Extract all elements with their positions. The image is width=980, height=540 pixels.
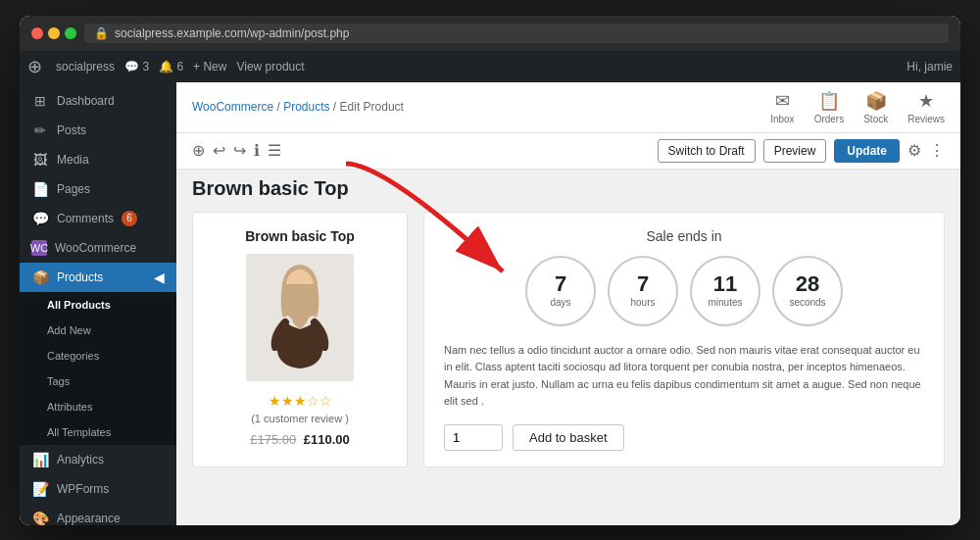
sidebar-item-dashboard[interactable]: ⊞ Dashboard bbox=[20, 86, 176, 116]
countdown-hours: 7 hours bbox=[608, 256, 678, 326]
wc-reviews-label: Reviews bbox=[907, 114, 945, 124]
toolbar-more-icon[interactable]: ⋮ bbox=[929, 141, 945, 160]
sidebar-item-woocommerce[interactable]: WC WooCommerce bbox=[20, 233, 176, 263]
toolbar-undo-icon[interactable]: ↩ bbox=[213, 141, 225, 160]
admin-bar-new[interactable]: + New bbox=[193, 60, 226, 74]
wc-stock[interactable]: 📦 Stock bbox=[863, 90, 888, 124]
toolbar-info-icon[interactable]: ℹ bbox=[254, 141, 260, 160]
breadcrumb-sep2: / bbox=[333, 100, 340, 114]
browser-window: 🔒 socialpress.example.com/wp-admin/post.… bbox=[20, 16, 960, 525]
submenu-label-add-new: Add New bbox=[47, 324, 91, 336]
inbox-icon: ✉ bbox=[775, 90, 790, 112]
product-preview-grid: Brown basic Top bbox=[192, 212, 945, 467]
browser-dots bbox=[31, 27, 76, 39]
settings-gear-icon[interactable]: ⚙ bbox=[907, 141, 921, 160]
page-title: Brown basic Top bbox=[192, 177, 945, 200]
sidebar-item-products[interactable]: 📦 Products ◀ bbox=[20, 263, 176, 292]
sidebar-item-pages[interactable]: 📄 Pages bbox=[20, 174, 176, 204]
sidebar-item-analytics[interactable]: 📊 Analytics bbox=[20, 445, 176, 474]
admin-bar-user: Hi, jamie bbox=[906, 60, 953, 74]
breadcrumb: WooCommerce / Products / Edit Product bbox=[192, 100, 404, 114]
days-label: days bbox=[550, 297, 570, 308]
sidebar-item-comments[interactable]: 💬 Comments 6 bbox=[20, 204, 176, 233]
toolbar-menu-icon[interactable]: ☰ bbox=[268, 141, 281, 160]
product-card-title: Brown basic Top bbox=[245, 228, 355, 244]
wc-top-bar: WooCommerce / Products / Edit Product ✉ … bbox=[176, 82, 960, 133]
browser-url[interactable]: 🔒 socialpress.example.com/wp-admin/post.… bbox=[84, 24, 949, 43]
browser-chrome: 🔒 socialpress.example.com/wp-admin/post.… bbox=[20, 16, 960, 51]
admin-bar-view-product[interactable]: View product bbox=[236, 60, 304, 74]
sidebar: ⊞ Dashboard ✏ Posts 🖼 Media 📄 Pages 💬 bbox=[20, 82, 176, 525]
minutes-label: minutes bbox=[708, 297, 742, 308]
toolbar-actions: Switch to Draft Preview Update ⚙ ⋮ bbox=[658, 139, 945, 163]
quantity-input[interactable] bbox=[444, 424, 503, 451]
admin-bar: ⊕ socialpress 💬 3 🔔 6 + New View product… bbox=[20, 51, 960, 82]
sidebar-item-wpforms[interactable]: 📝 WPForms bbox=[20, 474, 176, 504]
comments-icon: 💬 bbox=[31, 211, 49, 226]
products-arrow: ◀ bbox=[154, 270, 165, 285]
stock-icon: 📦 bbox=[865, 90, 887, 112]
sidebar-label-products: Products bbox=[57, 270, 103, 284]
sale-ends-title: Sale ends in bbox=[444, 228, 924, 244]
submenu-tags[interactable]: Tags bbox=[20, 368, 176, 394]
submenu-all-products[interactable]: All Products bbox=[20, 292, 176, 318]
toolbar-back-icon[interactable]: ⊕ bbox=[192, 141, 205, 160]
minutes-number: 11 bbox=[713, 273, 737, 295]
posts-icon: ✏ bbox=[31, 123, 49, 138]
site-name[interactable]: socialpress bbox=[56, 60, 115, 74]
page-toolbar: ⊕ ↩ ↪ ℹ ☰ Switch to Draft Preview Update… bbox=[176, 133, 960, 170]
submenu-label-all-templates: All Templates bbox=[47, 426, 111, 438]
update-button[interactable]: Update bbox=[834, 139, 900, 163]
countdown-days: 7 days bbox=[525, 256, 596, 326]
switch-draft-button[interactable]: Switch to Draft bbox=[658, 139, 756, 163]
breadcrumb-current: Edit Product bbox=[340, 100, 404, 114]
sale-description: Nam nec tellus a odio tincidunt auctor a… bbox=[444, 342, 924, 411]
product-review: (1 customer review ) bbox=[251, 413, 349, 424]
sidebar-label-appearance: Appearance bbox=[57, 512, 121, 525]
breadcrumb-products[interactable]: Products bbox=[283, 100, 329, 114]
submenu-label-categories: Categories bbox=[47, 350, 99, 362]
hours-number: 7 bbox=[637, 273, 649, 295]
product-stars: ★★★☆☆ bbox=[269, 393, 332, 409]
admin-bar-comments[interactable]: 💬 3 bbox=[124, 60, 149, 74]
preview-button[interactable]: Preview bbox=[763, 139, 827, 163]
dashboard-icon: ⊞ bbox=[31, 93, 49, 109]
content-area: ⊞ Dashboard ✏ Posts 🖼 Media 📄 Pages 💬 bbox=[20, 82, 960, 525]
submenu-add-new[interactable]: Add New bbox=[20, 318, 176, 343]
toolbar-redo-icon[interactable]: ↪ bbox=[233, 141, 246, 160]
submenu-attributes[interactable]: Attributes bbox=[20, 394, 176, 419]
sidebar-label-woocommerce: WooCommerce bbox=[55, 241, 136, 255]
main-content: WooCommerce / Products / Edit Product ✉ … bbox=[176, 82, 960, 525]
add-to-basket-button[interactable]: Add to basket bbox=[513, 424, 624, 451]
sidebar-item-media[interactable]: 🖼 Media bbox=[20, 145, 176, 174]
old-price: £175.00 bbox=[250, 432, 296, 447]
orders-icon: 📋 bbox=[818, 90, 840, 112]
submenu-categories[interactable]: Categories bbox=[20, 343, 176, 368]
pages-icon: 📄 bbox=[31, 181, 49, 197]
wc-orders[interactable]: 📋 Orders bbox=[814, 90, 845, 124]
dot-green[interactable] bbox=[65, 27, 76, 39]
analytics-icon: 📊 bbox=[31, 452, 49, 467]
wp-logo-icon: ⊕ bbox=[27, 56, 42, 77]
wc-inbox[interactable]: ✉ Inbox bbox=[770, 90, 794, 124]
breadcrumb-woocommerce[interactable]: WooCommerce bbox=[192, 100, 273, 114]
submenu-all-templates[interactable]: All Templates bbox=[20, 419, 176, 445]
sidebar-label-pages: Pages bbox=[57, 182, 90, 196]
product-image bbox=[246, 254, 354, 381]
product-price: £175.00 £110.00 bbox=[250, 432, 350, 447]
admin-bar-updates[interactable]: 🔔 6 bbox=[159, 60, 183, 74]
wpforms-icon: 📝 bbox=[31, 481, 49, 497]
sidebar-item-posts[interactable]: ✏ Posts bbox=[20, 116, 176, 145]
countdown-circles: 7 days 7 hours 11 minutes bbox=[444, 256, 924, 326]
dot-red[interactable] bbox=[31, 27, 43, 39]
days-number: 7 bbox=[555, 273, 566, 295]
wc-reviews[interactable]: ★ Reviews bbox=[907, 90, 945, 124]
product-card: Brown basic Top bbox=[192, 212, 408, 467]
products-icon: 📦 bbox=[31, 270, 49, 285]
wc-icons: ✉ Inbox 📋 Orders 📦 Stock ★ bbox=[770, 90, 945, 124]
wp-wrapper: ⊕ socialpress 💬 3 🔔 6 + New View product… bbox=[20, 51, 960, 525]
dot-yellow[interactable] bbox=[48, 27, 60, 39]
submenu-label-tags: Tags bbox=[47, 375, 70, 387]
sidebar-item-appearance[interactable]: 🎨 Appearance bbox=[20, 504, 176, 525]
sale-card: Sale ends in 7 days 7 hours bbox=[423, 212, 945, 467]
